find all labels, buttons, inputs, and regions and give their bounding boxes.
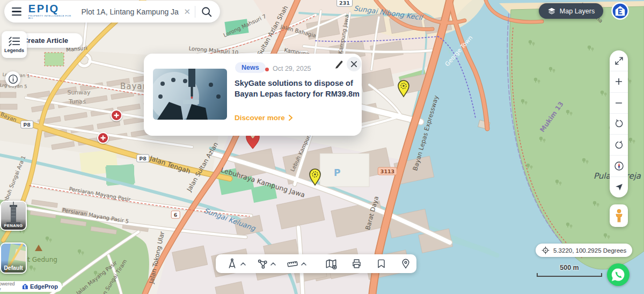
news-popup-card: News Oct 29, 2025 SkyGate solutions to d… [144, 54, 362, 136]
info-icon [8, 74, 18, 84]
map-layers-label: Map Layers [560, 8, 595, 15]
pencil-icon [334, 59, 345, 70]
map-icon [325, 258, 337, 270]
legends-label: Legends [4, 48, 24, 53]
style-thumb-label: Default [1, 260, 26, 273]
map-pin-yellow[interactable] [308, 168, 322, 188]
polygon-tool-button[interactable] [251, 258, 281, 269]
top-search-bar: EPIQ PROPERTY INTELLIGENCE FOR ALL ✕ [4, 1, 220, 23]
whatsapp-icon [607, 263, 630, 286]
news-badge: News [235, 62, 266, 73]
edgeprop-house-icon [22, 283, 28, 290]
attribution[interactable]: Powered by EdgeProp [0, 281, 62, 292]
map-pin-yellow[interactable] [397, 79, 411, 100]
scale-label: 500 m [537, 264, 602, 271]
date-dot [265, 68, 269, 71]
ruler-icon [287, 258, 298, 270]
logo-tagline: PROPERTY INTELLIGENCE FOR ALL [28, 15, 72, 20]
scale-line [537, 273, 602, 277]
polygon-icon [257, 258, 268, 269]
epiq-logo[interactable]: EPIQ PROPERTY INTELLIGENCE FOR ALL [28, 3, 72, 19]
parking-symbol: P [334, 167, 340, 178]
edit-pencil-button[interactable] [334, 59, 345, 70]
edgeprop-house-icon [611, 2, 629, 20]
chevron-up-icon [270, 262, 276, 266]
discover-more-link[interactable]: Discover more [235, 114, 292, 122]
rotate-cw-button[interactable] [610, 134, 628, 155]
hospital-marker[interactable] [97, 132, 109, 144]
chevron-right-icon [289, 115, 292, 121]
print-button[interactable] [344, 258, 369, 269]
zoom-out-button[interactable] [610, 92, 628, 113]
news-thumbnail[interactable] [153, 69, 227, 120]
chevron-up-icon [240, 262, 246, 266]
legends-button[interactable]: Legends [2, 31, 27, 58]
compass-button[interactable] [610, 155, 628, 176]
drawing-toolbar [216, 254, 416, 273]
pin-drop-button[interactable] [393, 259, 418, 269]
rotate-ccw-button[interactable] [610, 113, 628, 134]
epiq-map-app: Sungai Nibong KecilSultan Azlan ShahJala… [0, 0, 644, 294]
news-title[interactable]: SkyGate solutions to dispose of Bayan Le… [235, 78, 361, 99]
logo-text: EPIQ [28, 3, 72, 14]
edgeprop-badge-button[interactable] [611, 2, 629, 22]
zoom-in-button[interactable] [610, 71, 628, 92]
region-thumb-penang[interactable]: PENANG [0, 201, 27, 231]
search-icon[interactable] [195, 6, 214, 18]
scale-bar: 500 m [537, 264, 602, 277]
ruler-tool-button[interactable] [281, 258, 312, 270]
crosshair-icon [541, 246, 550, 254]
discover-more-label: Discover more [235, 114, 285, 122]
drafting-compass-icon [226, 258, 238, 269]
map-layers-button[interactable]: Map Layers [539, 3, 603, 19]
hospital-marker[interactable] [111, 109, 122, 121]
measure-tool-button[interactable] [221, 258, 251, 269]
whatsapp-button[interactable] [607, 263, 630, 288]
news-date: Oct 29, 2025 [273, 65, 311, 72]
close-news-button[interactable] [347, 57, 361, 71]
search-input[interactable] [80, 7, 180, 17]
basemap-button[interactable] [318, 258, 344, 270]
map-pin-icon [400, 259, 411, 269]
coordinates-readout: 5.3220, 100.2925 Degrees [536, 244, 632, 257]
bookmark-icon [376, 259, 386, 269]
pegman-icon [614, 209, 624, 223]
legend-list-icon [8, 36, 20, 46]
bookmark-button[interactable] [369, 259, 393, 269]
attribution-prefix: Powered by [0, 281, 20, 292]
map-controls-toolbar [610, 50, 628, 197]
close-icon [351, 61, 357, 67]
create-article-label: Create Article [23, 36, 68, 45]
printer-icon [351, 258, 362, 269]
streetview-pegman-button[interactable] [610, 204, 628, 227]
coordinates-value: 5.3220, 100.2925 Degrees [553, 247, 626, 254]
fullscreen-button[interactable] [610, 50, 628, 71]
chevron-up-icon [301, 262, 306, 266]
layers-icon [547, 7, 556, 16]
locate-button[interactable] [610, 177, 628, 197]
menu-icon[interactable] [12, 8, 21, 16]
map-style-thumb-default[interactable]: Default [0, 242, 27, 274]
clear-search-icon[interactable]: ✕ [180, 7, 195, 17]
region-thumb-label: PENANG [1, 219, 26, 230]
attribution-brand: EdgeProp [30, 283, 58, 290]
info-button[interactable] [5, 71, 20, 86]
